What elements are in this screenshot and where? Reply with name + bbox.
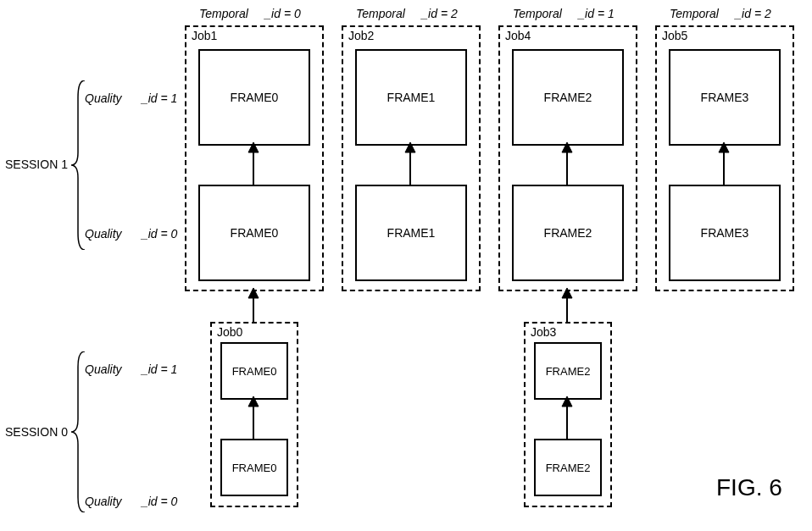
quality-id: _id = 0 <box>142 495 177 508</box>
svg-marker-3 <box>405 142 415 152</box>
job4-frame-bot: FRAME2 <box>512 185 624 281</box>
arrow-icon <box>404 142 416 186</box>
job1-frame-bot: FRAME0 <box>198 185 310 281</box>
job1-title: Job1 <box>192 29 217 42</box>
svg-marker-15 <box>562 396 572 407</box>
job2-frame-bot: FRAME1 <box>355 185 467 281</box>
figure-label: FIG. 6 <box>716 474 782 501</box>
quality-word: Quality <box>85 495 122 508</box>
temporal-label: Temporal _id = 2 <box>356 7 458 20</box>
temporal-id: _id = 2 <box>735 7 770 20</box>
temporal-label: Temporal _id = 2 <box>670 7 771 20</box>
svg-marker-5 <box>562 142 572 152</box>
temporal-word: Temporal <box>670 7 719 20</box>
arrow-icon <box>247 396 259 440</box>
quality-word: Quality <box>85 91 122 105</box>
temporal-word: Temporal <box>356 7 405 20</box>
temporal-id: _id = 0 <box>264 7 300 20</box>
brace-icon <box>70 351 86 512</box>
quality-word: Quality <box>85 362 122 376</box>
svg-marker-9 <box>248 288 259 298</box>
job3-frame-top: FRAME2 <box>534 342 602 400</box>
job3-title: Job3 <box>531 325 556 339</box>
quality-id: _id = 1 <box>142 91 177 105</box>
job0-frame-bot: FRAME0 <box>220 439 288 496</box>
temporal-word: Temporal <box>513 7 562 20</box>
job5-title: Job5 <box>662 29 687 42</box>
arrow-icon <box>561 396 573 440</box>
job2-title: Job2 <box>348 29 374 42</box>
job1-frame-top: FRAME0 <box>198 49 310 146</box>
quality-label-s0-0: Quality _id = 0 <box>85 495 177 508</box>
arrow-icon <box>247 142 259 186</box>
svg-marker-1 <box>248 142 259 152</box>
job5-frame-top: FRAME3 <box>669 49 781 146</box>
job2-frame-top: FRAME1 <box>355 49 467 146</box>
temporal-label: Temporal _id = 1 <box>513 7 615 20</box>
job5-frame-bot: FRAME3 <box>669 185 781 281</box>
job4-frame-top: FRAME2 <box>512 49 624 146</box>
job0-frame-top: FRAME0 <box>220 342 288 400</box>
temporal-id: _id = 2 <box>421 7 457 20</box>
temporal-id: _id = 1 <box>578 7 614 20</box>
quality-label-s1-1: Quality _id = 1 <box>85 91 177 105</box>
svg-marker-13 <box>248 396 259 407</box>
arrow-icon <box>561 142 573 186</box>
arrow-icon <box>247 288 259 324</box>
brace-icon <box>70 80 86 250</box>
svg-marker-11 <box>562 288 572 298</box>
quality-label-s0-1: Quality _id = 1 <box>85 362 177 376</box>
arrow-icon <box>718 142 730 186</box>
temporal-label: Temporal _id = 0 <box>199 7 301 20</box>
quality-label-s1-0: Quality _id = 0 <box>85 227 177 241</box>
job3-frame-bot: FRAME2 <box>534 439 602 496</box>
temporal-word: Temporal <box>199 7 248 20</box>
job0-title: Job0 <box>217 325 242 339</box>
svg-marker-7 <box>719 142 729 152</box>
quality-id: _id = 0 <box>142 227 177 241</box>
quality-id: _id = 1 <box>142 362 177 376</box>
quality-word: Quality <box>85 227 122 241</box>
arrow-icon <box>561 288 573 324</box>
session0-label: SESSION 0 <box>5 425 68 439</box>
job4-title: Job4 <box>505 29 531 42</box>
session1-label: SESSION 1 <box>5 158 68 171</box>
